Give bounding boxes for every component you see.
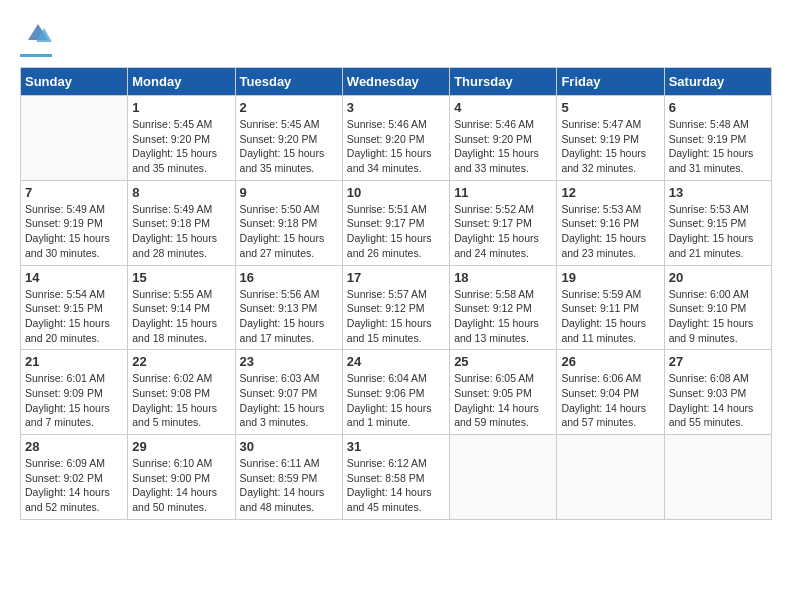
day-number: 13 <box>669 185 767 200</box>
day-number: 3 <box>347 100 445 115</box>
calendar-table: SundayMondayTuesdayWednesdayThursdayFrid… <box>20 67 772 520</box>
calendar-cell: 31Sunrise: 6:12 AMSunset: 8:58 PMDayligh… <box>342 435 449 520</box>
calendar-cell: 12Sunrise: 5:53 AMSunset: 9:16 PMDayligh… <box>557 180 664 265</box>
calendar-week-1: 1Sunrise: 5:45 AMSunset: 9:20 PMDaylight… <box>21 96 772 181</box>
day-info: Sunrise: 6:03 AMSunset: 9:07 PMDaylight:… <box>240 371 338 430</box>
calendar-cell: 28Sunrise: 6:09 AMSunset: 9:02 PMDayligh… <box>21 435 128 520</box>
page-header <box>20 20 772 57</box>
day-info: Sunrise: 6:04 AMSunset: 9:06 PMDaylight:… <box>347 371 445 430</box>
calendar-cell <box>664 435 771 520</box>
day-info: Sunrise: 6:06 AMSunset: 9:04 PMDaylight:… <box>561 371 659 430</box>
day-info: Sunrise: 5:46 AMSunset: 9:20 PMDaylight:… <box>347 117 445 176</box>
day-info: Sunrise: 6:10 AMSunset: 9:00 PMDaylight:… <box>132 456 230 515</box>
day-info: Sunrise: 5:52 AMSunset: 9:17 PMDaylight:… <box>454 202 552 261</box>
day-info: Sunrise: 5:49 AMSunset: 9:18 PMDaylight:… <box>132 202 230 261</box>
day-info: Sunrise: 5:47 AMSunset: 9:19 PMDaylight:… <box>561 117 659 176</box>
calendar-cell: 29Sunrise: 6:10 AMSunset: 9:00 PMDayligh… <box>128 435 235 520</box>
calendar-cell: 21Sunrise: 6:01 AMSunset: 9:09 PMDayligh… <box>21 350 128 435</box>
calendar-cell: 17Sunrise: 5:57 AMSunset: 9:12 PMDayligh… <box>342 265 449 350</box>
calendar-cell: 6Sunrise: 5:48 AMSunset: 9:19 PMDaylight… <box>664 96 771 181</box>
calendar-week-5: 28Sunrise: 6:09 AMSunset: 9:02 PMDayligh… <box>21 435 772 520</box>
day-info: Sunrise: 5:56 AMSunset: 9:13 PMDaylight:… <box>240 287 338 346</box>
calendar-cell: 24Sunrise: 6:04 AMSunset: 9:06 PMDayligh… <box>342 350 449 435</box>
day-number: 14 <box>25 270 123 285</box>
calendar-cell <box>450 435 557 520</box>
day-number: 20 <box>669 270 767 285</box>
day-info: Sunrise: 5:55 AMSunset: 9:14 PMDaylight:… <box>132 287 230 346</box>
day-info: Sunrise: 6:09 AMSunset: 9:02 PMDaylight:… <box>25 456 123 515</box>
day-info: Sunrise: 5:50 AMSunset: 9:18 PMDaylight:… <box>240 202 338 261</box>
day-number: 22 <box>132 354 230 369</box>
calendar-cell: 18Sunrise: 5:58 AMSunset: 9:12 PMDayligh… <box>450 265 557 350</box>
day-info: Sunrise: 5:59 AMSunset: 9:11 PMDaylight:… <box>561 287 659 346</box>
calendar-cell: 23Sunrise: 6:03 AMSunset: 9:07 PMDayligh… <box>235 350 342 435</box>
day-info: Sunrise: 5:57 AMSunset: 9:12 PMDaylight:… <box>347 287 445 346</box>
day-number: 29 <box>132 439 230 454</box>
day-number: 1 <box>132 100 230 115</box>
calendar-cell: 11Sunrise: 5:52 AMSunset: 9:17 PMDayligh… <box>450 180 557 265</box>
weekday-header-thursday: Thursday <box>450 68 557 96</box>
calendar-cell: 8Sunrise: 5:49 AMSunset: 9:18 PMDaylight… <box>128 180 235 265</box>
weekday-header-saturday: Saturday <box>664 68 771 96</box>
day-info: Sunrise: 5:49 AMSunset: 9:19 PMDaylight:… <box>25 202 123 261</box>
calendar-cell: 15Sunrise: 5:55 AMSunset: 9:14 PMDayligh… <box>128 265 235 350</box>
day-number: 24 <box>347 354 445 369</box>
calendar-cell: 1Sunrise: 5:45 AMSunset: 9:20 PMDaylight… <box>128 96 235 181</box>
calendar-week-4: 21Sunrise: 6:01 AMSunset: 9:09 PMDayligh… <box>21 350 772 435</box>
day-info: Sunrise: 5:53 AMSunset: 9:15 PMDaylight:… <box>669 202 767 261</box>
day-number: 9 <box>240 185 338 200</box>
day-number: 16 <box>240 270 338 285</box>
calendar-week-3: 14Sunrise: 5:54 AMSunset: 9:15 PMDayligh… <box>21 265 772 350</box>
day-number: 4 <box>454 100 552 115</box>
day-number: 19 <box>561 270 659 285</box>
day-info: Sunrise: 5:53 AMSunset: 9:16 PMDaylight:… <box>561 202 659 261</box>
day-info: Sunrise: 5:45 AMSunset: 9:20 PMDaylight:… <box>240 117 338 176</box>
day-info: Sunrise: 6:05 AMSunset: 9:05 PMDaylight:… <box>454 371 552 430</box>
day-number: 25 <box>454 354 552 369</box>
day-number: 10 <box>347 185 445 200</box>
day-number: 17 <box>347 270 445 285</box>
day-number: 26 <box>561 354 659 369</box>
calendar-cell: 4Sunrise: 5:46 AMSunset: 9:20 PMDaylight… <box>450 96 557 181</box>
day-info: Sunrise: 6:12 AMSunset: 8:58 PMDaylight:… <box>347 456 445 515</box>
day-number: 6 <box>669 100 767 115</box>
day-info: Sunrise: 5:46 AMSunset: 9:20 PMDaylight:… <box>454 117 552 176</box>
weekday-header-wednesday: Wednesday <box>342 68 449 96</box>
calendar-cell: 5Sunrise: 5:47 AMSunset: 9:19 PMDaylight… <box>557 96 664 181</box>
day-info: Sunrise: 5:48 AMSunset: 9:19 PMDaylight:… <box>669 117 767 176</box>
calendar-cell: 22Sunrise: 6:02 AMSunset: 9:08 PMDayligh… <box>128 350 235 435</box>
calendar-cell: 10Sunrise: 5:51 AMSunset: 9:17 PMDayligh… <box>342 180 449 265</box>
day-number: 21 <box>25 354 123 369</box>
weekday-header-friday: Friday <box>557 68 664 96</box>
day-info: Sunrise: 6:11 AMSunset: 8:59 PMDaylight:… <box>240 456 338 515</box>
weekday-header-monday: Monday <box>128 68 235 96</box>
day-info: Sunrise: 6:02 AMSunset: 9:08 PMDaylight:… <box>132 371 230 430</box>
weekday-header-sunday: Sunday <box>21 68 128 96</box>
day-info: Sunrise: 5:51 AMSunset: 9:17 PMDaylight:… <box>347 202 445 261</box>
day-info: Sunrise: 6:00 AMSunset: 9:10 PMDaylight:… <box>669 287 767 346</box>
calendar-cell: 14Sunrise: 5:54 AMSunset: 9:15 PMDayligh… <box>21 265 128 350</box>
calendar-cell: 7Sunrise: 5:49 AMSunset: 9:19 PMDaylight… <box>21 180 128 265</box>
day-number: 27 <box>669 354 767 369</box>
calendar-cell: 25Sunrise: 6:05 AMSunset: 9:05 PMDayligh… <box>450 350 557 435</box>
calendar-cell: 30Sunrise: 6:11 AMSunset: 8:59 PMDayligh… <box>235 435 342 520</box>
day-number: 12 <box>561 185 659 200</box>
day-number: 30 <box>240 439 338 454</box>
day-number: 15 <box>132 270 230 285</box>
day-number: 2 <box>240 100 338 115</box>
calendar-cell <box>21 96 128 181</box>
day-info: Sunrise: 5:54 AMSunset: 9:15 PMDaylight:… <box>25 287 123 346</box>
day-info: Sunrise: 6:01 AMSunset: 9:09 PMDaylight:… <box>25 371 123 430</box>
weekday-header-tuesday: Tuesday <box>235 68 342 96</box>
calendar-cell: 3Sunrise: 5:46 AMSunset: 9:20 PMDaylight… <box>342 96 449 181</box>
day-info: Sunrise: 5:58 AMSunset: 9:12 PMDaylight:… <box>454 287 552 346</box>
day-number: 28 <box>25 439 123 454</box>
day-number: 7 <box>25 185 123 200</box>
calendar-week-2: 7Sunrise: 5:49 AMSunset: 9:19 PMDaylight… <box>21 180 772 265</box>
logo <box>20 20 52 57</box>
calendar-header-row: SundayMondayTuesdayWednesdayThursdayFrid… <box>21 68 772 96</box>
day-number: 31 <box>347 439 445 454</box>
day-number: 5 <box>561 100 659 115</box>
day-number: 11 <box>454 185 552 200</box>
day-number: 23 <box>240 354 338 369</box>
